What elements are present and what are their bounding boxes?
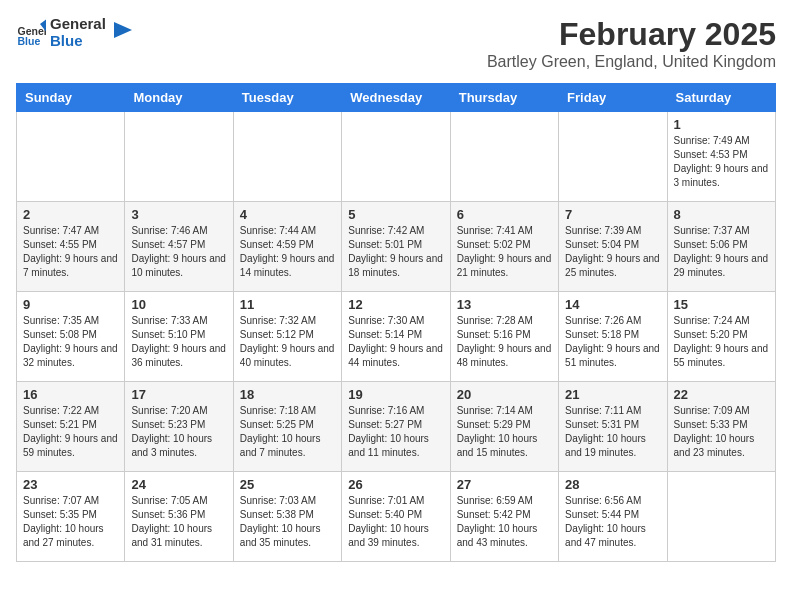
day-number: 22 bbox=[674, 387, 769, 402]
day-detail: Sunrise: 7:09 AM Sunset: 5:33 PM Dayligh… bbox=[674, 404, 769, 460]
day-detail: Sunrise: 6:59 AM Sunset: 5:42 PM Dayligh… bbox=[457, 494, 552, 550]
calendar-cell: 23Sunrise: 7:07 AM Sunset: 5:35 PM Dayli… bbox=[17, 472, 125, 562]
location-title: Bartley Green, England, United Kingdom bbox=[487, 53, 776, 71]
calendar-cell: 1Sunrise: 7:49 AM Sunset: 4:53 PM Daylig… bbox=[667, 112, 775, 202]
day-number: 19 bbox=[348, 387, 443, 402]
month-title: February 2025 bbox=[487, 16, 776, 53]
calendar-cell: 21Sunrise: 7:11 AM Sunset: 5:31 PM Dayli… bbox=[559, 382, 667, 472]
svg-marker-3 bbox=[114, 22, 132, 38]
header-row: Sunday Monday Tuesday Wednesday Thursday… bbox=[17, 84, 776, 112]
day-detail: Sunrise: 7:16 AM Sunset: 5:27 PM Dayligh… bbox=[348, 404, 443, 460]
day-detail: Sunrise: 7:33 AM Sunset: 5:10 PM Dayligh… bbox=[131, 314, 226, 370]
calendar-cell: 4Sunrise: 7:44 AM Sunset: 4:59 PM Daylig… bbox=[233, 202, 341, 292]
day-number: 14 bbox=[565, 297, 660, 312]
calendar-week-3: 9Sunrise: 7:35 AM Sunset: 5:08 PM Daylig… bbox=[17, 292, 776, 382]
day-detail: Sunrise: 6:56 AM Sunset: 5:44 PM Dayligh… bbox=[565, 494, 660, 550]
calendar-week-1: 1Sunrise: 7:49 AM Sunset: 4:53 PM Daylig… bbox=[17, 112, 776, 202]
day-detail: Sunrise: 7:41 AM Sunset: 5:02 PM Dayligh… bbox=[457, 224, 552, 280]
day-number: 9 bbox=[23, 297, 118, 312]
calendar-cell: 22Sunrise: 7:09 AM Sunset: 5:33 PM Dayli… bbox=[667, 382, 775, 472]
calendar-week-5: 23Sunrise: 7:07 AM Sunset: 5:35 PM Dayli… bbox=[17, 472, 776, 562]
day-number: 13 bbox=[457, 297, 552, 312]
header-area: General Blue General Blue February 2025 … bbox=[16, 16, 776, 71]
calendar-cell: 15Sunrise: 7:24 AM Sunset: 5:20 PM Dayli… bbox=[667, 292, 775, 382]
title-area: February 2025 Bartley Green, England, Un… bbox=[487, 16, 776, 71]
day-detail: Sunrise: 7:11 AM Sunset: 5:31 PM Dayligh… bbox=[565, 404, 660, 460]
calendar-cell: 7Sunrise: 7:39 AM Sunset: 5:04 PM Daylig… bbox=[559, 202, 667, 292]
day-number: 8 bbox=[674, 207, 769, 222]
svg-text:Blue: Blue bbox=[18, 35, 41, 47]
logo-general: General bbox=[50, 16, 106, 33]
day-number: 25 bbox=[240, 477, 335, 492]
calendar-body: 1Sunrise: 7:49 AM Sunset: 4:53 PM Daylig… bbox=[17, 112, 776, 562]
day-number: 17 bbox=[131, 387, 226, 402]
day-detail: Sunrise: 7:49 AM Sunset: 4:53 PM Dayligh… bbox=[674, 134, 769, 190]
calendar-cell: 18Sunrise: 7:18 AM Sunset: 5:25 PM Dayli… bbox=[233, 382, 341, 472]
calendar-cell: 9Sunrise: 7:35 AM Sunset: 5:08 PM Daylig… bbox=[17, 292, 125, 382]
day-number: 28 bbox=[565, 477, 660, 492]
day-detail: Sunrise: 7:01 AM Sunset: 5:40 PM Dayligh… bbox=[348, 494, 443, 550]
day-number: 23 bbox=[23, 477, 118, 492]
day-number: 10 bbox=[131, 297, 226, 312]
logo-arrow-icon bbox=[110, 22, 132, 44]
calendar-cell bbox=[125, 112, 233, 202]
day-detail: Sunrise: 7:37 AM Sunset: 5:06 PM Dayligh… bbox=[674, 224, 769, 280]
day-detail: Sunrise: 7:32 AM Sunset: 5:12 PM Dayligh… bbox=[240, 314, 335, 370]
calendar-cell: 20Sunrise: 7:14 AM Sunset: 5:29 PM Dayli… bbox=[450, 382, 558, 472]
day-number: 18 bbox=[240, 387, 335, 402]
logo: General Blue General Blue bbox=[16, 16, 132, 49]
logo-icon: General Blue bbox=[16, 18, 46, 48]
day-detail: Sunrise: 7:03 AM Sunset: 5:38 PM Dayligh… bbox=[240, 494, 335, 550]
day-detail: Sunrise: 7:47 AM Sunset: 4:55 PM Dayligh… bbox=[23, 224, 118, 280]
day-detail: Sunrise: 7:24 AM Sunset: 5:20 PM Dayligh… bbox=[674, 314, 769, 370]
day-number: 21 bbox=[565, 387, 660, 402]
col-tuesday: Tuesday bbox=[233, 84, 341, 112]
calendar-cell bbox=[342, 112, 450, 202]
calendar-cell: 8Sunrise: 7:37 AM Sunset: 5:06 PM Daylig… bbox=[667, 202, 775, 292]
day-number: 15 bbox=[674, 297, 769, 312]
calendar-cell: 26Sunrise: 7:01 AM Sunset: 5:40 PM Dayli… bbox=[342, 472, 450, 562]
calendar-week-2: 2Sunrise: 7:47 AM Sunset: 4:55 PM Daylig… bbox=[17, 202, 776, 292]
day-detail: Sunrise: 7:22 AM Sunset: 5:21 PM Dayligh… bbox=[23, 404, 118, 460]
col-monday: Monday bbox=[125, 84, 233, 112]
calendar-cell: 28Sunrise: 6:56 AM Sunset: 5:44 PM Dayli… bbox=[559, 472, 667, 562]
day-number: 2 bbox=[23, 207, 118, 222]
day-number: 5 bbox=[348, 207, 443, 222]
day-number: 20 bbox=[457, 387, 552, 402]
calendar-cell: 14Sunrise: 7:26 AM Sunset: 5:18 PM Dayli… bbox=[559, 292, 667, 382]
day-detail: Sunrise: 7:28 AM Sunset: 5:16 PM Dayligh… bbox=[457, 314, 552, 370]
day-number: 11 bbox=[240, 297, 335, 312]
calendar-cell bbox=[667, 472, 775, 562]
day-detail: Sunrise: 7:44 AM Sunset: 4:59 PM Dayligh… bbox=[240, 224, 335, 280]
day-number: 12 bbox=[348, 297, 443, 312]
col-saturday: Saturday bbox=[667, 84, 775, 112]
calendar-cell: 11Sunrise: 7:32 AM Sunset: 5:12 PM Dayli… bbox=[233, 292, 341, 382]
day-detail: Sunrise: 7:05 AM Sunset: 5:36 PM Dayligh… bbox=[131, 494, 226, 550]
day-detail: Sunrise: 7:30 AM Sunset: 5:14 PM Dayligh… bbox=[348, 314, 443, 370]
calendar-cell: 10Sunrise: 7:33 AM Sunset: 5:10 PM Dayli… bbox=[125, 292, 233, 382]
calendar-cell: 3Sunrise: 7:46 AM Sunset: 4:57 PM Daylig… bbox=[125, 202, 233, 292]
col-sunday: Sunday bbox=[17, 84, 125, 112]
calendar-cell: 6Sunrise: 7:41 AM Sunset: 5:02 PM Daylig… bbox=[450, 202, 558, 292]
calendar-cell: 13Sunrise: 7:28 AM Sunset: 5:16 PM Dayli… bbox=[450, 292, 558, 382]
calendar-cell: 24Sunrise: 7:05 AM Sunset: 5:36 PM Dayli… bbox=[125, 472, 233, 562]
day-number: 16 bbox=[23, 387, 118, 402]
day-detail: Sunrise: 7:18 AM Sunset: 5:25 PM Dayligh… bbox=[240, 404, 335, 460]
logo-blue: Blue bbox=[50, 33, 106, 50]
calendar-cell bbox=[450, 112, 558, 202]
calendar-cell bbox=[233, 112, 341, 202]
day-number: 27 bbox=[457, 477, 552, 492]
day-number: 26 bbox=[348, 477, 443, 492]
day-number: 1 bbox=[674, 117, 769, 132]
day-detail: Sunrise: 7:46 AM Sunset: 4:57 PM Dayligh… bbox=[131, 224, 226, 280]
day-detail: Sunrise: 7:42 AM Sunset: 5:01 PM Dayligh… bbox=[348, 224, 443, 280]
calendar-table: Sunday Monday Tuesday Wednesday Thursday… bbox=[16, 83, 776, 562]
calendar-cell: 25Sunrise: 7:03 AM Sunset: 5:38 PM Dayli… bbox=[233, 472, 341, 562]
day-detail: Sunrise: 7:39 AM Sunset: 5:04 PM Dayligh… bbox=[565, 224, 660, 280]
calendar-cell: 16Sunrise: 7:22 AM Sunset: 5:21 PM Dayli… bbox=[17, 382, 125, 472]
day-detail: Sunrise: 7:20 AM Sunset: 5:23 PM Dayligh… bbox=[131, 404, 226, 460]
calendar-cell: 5Sunrise: 7:42 AM Sunset: 5:01 PM Daylig… bbox=[342, 202, 450, 292]
day-detail: Sunrise: 7:35 AM Sunset: 5:08 PM Dayligh… bbox=[23, 314, 118, 370]
calendar-cell: 12Sunrise: 7:30 AM Sunset: 5:14 PM Dayli… bbox=[342, 292, 450, 382]
calendar-cell: 17Sunrise: 7:20 AM Sunset: 5:23 PM Dayli… bbox=[125, 382, 233, 472]
